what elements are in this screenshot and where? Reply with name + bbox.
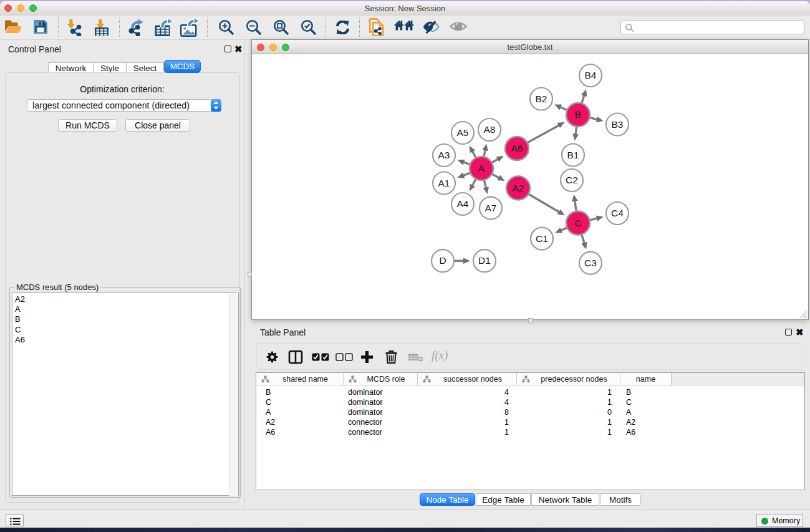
- svg-text:D: D: [439, 255, 446, 266]
- svg-text:A3: A3: [438, 150, 450, 160]
- svg-text:A2: A2: [513, 183, 524, 193]
- svg-text:C1: C1: [536, 233, 548, 244]
- svg-text:A5: A5: [457, 127, 469, 138]
- svg-text:B4: B4: [585, 70, 597, 80]
- svg-text:C: C: [574, 218, 581, 228]
- svg-text:A1: A1: [438, 178, 450, 188]
- svg-text:D1: D1: [478, 255, 491, 266]
- svg-text:B2: B2: [536, 94, 547, 104]
- svg-text:A4: A4: [457, 198, 469, 209]
- svg-text:C4: C4: [611, 208, 624, 218]
- svg-text:A: A: [478, 163, 485, 173]
- svg-text:B1: B1: [567, 150, 579, 160]
- svg-text:B3: B3: [612, 119, 624, 130]
- svg-text:C2: C2: [566, 175, 578, 185]
- svg-text:C3: C3: [584, 258, 597, 268]
- svg-text:A7: A7: [485, 203, 497, 213]
- svg-text:A6: A6: [511, 143, 523, 153]
- svg-text:B: B: [575, 109, 581, 120]
- svg-text:A8: A8: [484, 124, 496, 135]
